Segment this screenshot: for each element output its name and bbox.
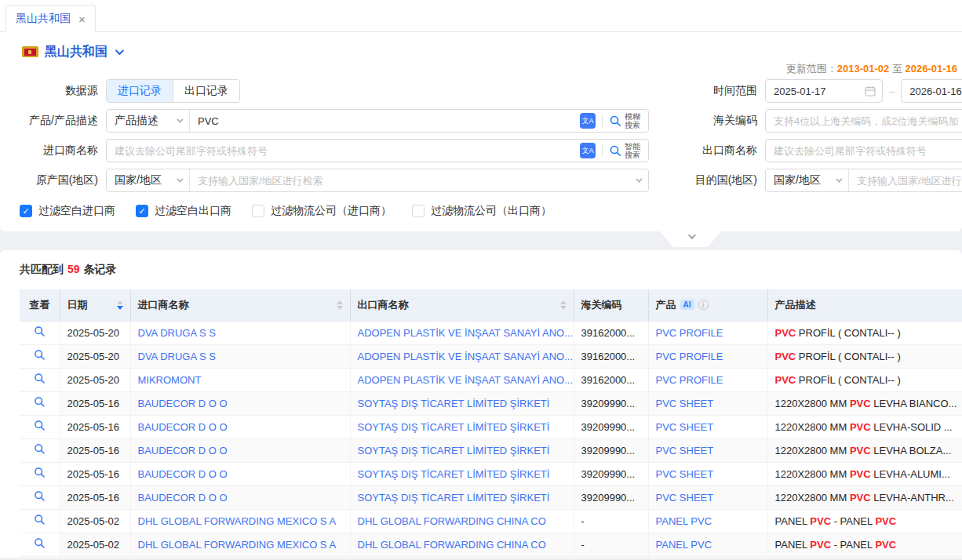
product-search-input[interactable] [190,111,580,131]
data-source-option-0[interactable]: 进口记录 [107,80,173,102]
origin-country-input[interactable] [190,170,636,191]
data-source-option-1[interactable]: 出口记录 [173,80,239,102]
checkbox-unchecked-icon[interactable] [412,205,425,217]
calendar-icon [865,85,876,96]
product-link[interactable]: PVC SHEET [656,421,714,433]
destination-type-select[interactable]: 国家/地区 [766,169,848,191]
exporter-link[interactable]: SOYTAŞ DIŞ TİCARET LİMİTED ŞİRKETİ [358,398,550,409]
importer-link[interactable]: BAUDECOR D O O [138,398,228,409]
view-record-button[interactable] [34,420,46,431]
importer-link[interactable]: BAUDECOR D O O [138,492,228,504]
checkbox-checked-icon[interactable]: ✓ [136,205,148,217]
tab-montenegro[interactable]: 黑山共和国 × [5,5,96,32]
column-label: 进口商名称 [138,298,189,312]
smart-search-button[interactable]: 智能搜索 [625,142,642,159]
product-link[interactable]: PVC SHEET [656,492,714,504]
exporter-link[interactable]: SOYTAŞ DIŞ TİCARET LİMİTED ŞİRKETİ [358,492,550,504]
table-body: 2025-05-20DVA DRUGA S SADOPEN PLASTİK VE… [20,321,962,556]
product-type-select[interactable]: 产品描述 [107,110,189,132]
exporter-link[interactable]: DHL GLOBAL FORWARDING CHINA CO [358,515,546,527]
collapse-search-panel-button[interactable] [660,231,721,247]
column-header-3[interactable]: 出口商名称 [350,289,574,321]
filter-checkbox-1[interactable]: ✓过滤空白出口商 [136,204,231,218]
fuzzy-search-icon[interactable] [609,115,622,128]
importer-link[interactable]: DHL GLOBAL FORWARDING MEXICO S A [138,539,337,551]
country-selector[interactable]: 黑山共和国 [0,40,962,62]
exporter-link[interactable]: ADOPEN PLASTİK VE İNŞAAT SANAYİ ANO... [358,374,574,386]
product-link[interactable]: PVC SHEET [656,445,714,456]
view-record-button[interactable] [34,490,46,502]
importer-input[interactable] [107,140,580,161]
view-record-button[interactable] [34,514,46,525]
sort-desc-icon[interactable] [337,306,343,310]
product-link[interactable]: PVC SHEET [656,468,714,480]
view-record-button[interactable] [34,467,46,478]
fuzzy-search-button[interactable]: 模糊搜索 [625,112,642,129]
montenegro-flag-icon [22,46,38,57]
origin-type-select[interactable]: 国家/地区 [107,169,189,191]
filter-checkbox-2[interactable]: 过滤物流公司（进口商） [252,204,392,218]
view-record-button[interactable] [34,349,46,361]
product-link[interactable]: PVC PROFILE [656,351,723,362]
product-link[interactable]: PANEL PVC [656,515,712,527]
importer-link[interactable]: BAUDECOR D O O [138,468,228,480]
product-link[interactable]: PVC SHEET [656,398,714,409]
exporter-link[interactable]: SOYTAŞ DIŞ TİCARET LİMİTED ŞİRKETİ [358,445,550,456]
exporter-link[interactable]: SOYTAŞ DIŞ TİCARET LİMİTED ŞİRKETİ [358,468,550,480]
data-source-segmented: 进口记录出口记录 [106,79,240,103]
product-link[interactable]: PVC PROFILE [656,327,723,339]
exporter-link[interactable]: DHL GLOBAL FORWARDING CHINA CO [358,539,546,551]
sort-asc-icon[interactable] [337,300,343,304]
checkbox-label: 过滤物流公司（进口商） [271,204,392,218]
exporter-label: 出口商名称 [649,144,765,158]
product-link[interactable]: PANEL PVC [656,539,712,551]
importer-link[interactable]: DVA DRUGA S S [138,351,216,362]
checkbox-checked-icon[interactable]: ✓ [20,205,32,217]
checkbox-unchecked-icon[interactable] [252,205,264,217]
importer-link[interactable]: DVA DRUGA S S [138,327,216,339]
view-record-button[interactable] [34,537,46,549]
product-label: 产品/产品描述 [0,114,106,128]
info-icon[interactable]: i [698,300,709,310]
sort-icons[interactable] [554,300,567,310]
column-header-1[interactable]: 日期 [60,289,130,321]
translate-icon[interactable]: 文A [580,143,596,158]
hs-code-label: 海关编码 [649,114,765,128]
column-header-2[interactable]: 进口商名称 [130,289,350,321]
importer-link[interactable]: MIKROMONT [138,374,202,386]
chevron-down-icon [115,46,124,55]
end-date-input[interactable]: 2026-01-16 [901,79,962,103]
date-cell: 2025-05-16 [60,462,130,485]
filter-checkbox-3[interactable]: 过滤物流公司（出口商） [412,204,552,218]
exporter-input[interactable] [765,139,962,162]
translate-icon[interactable]: 文A [580,113,596,129]
exporter-link[interactable]: ADOPEN PLASTİK VE İNŞAAT SANAYİ ANO... [358,327,574,339]
start-date-input[interactable]: 2025-01-17 [765,79,883,103]
importer-link[interactable]: BAUDECOR D O O [138,445,228,456]
view-record-button[interactable] [34,443,46,455]
sort-desc-icon[interactable] [560,306,567,310]
smart-search-icon[interactable] [609,144,622,158]
close-icon[interactable]: × [78,13,86,25]
sort-asc-icon[interactable] [560,300,567,304]
exporter-link[interactable]: SOYTAŞ DIŞ TİCARET LİMİTED ŞİRKETİ [358,421,550,433]
destination-country-input[interactable] [849,170,962,191]
view-record-button[interactable] [34,373,46,384]
view-record-button[interactable] [34,325,46,337]
view-record-button[interactable] [34,396,46,408]
sort-desc-icon[interactable] [117,306,123,310]
hs-code-input[interactable] [765,109,962,133]
sort-icons[interactable] [111,300,123,310]
sort-asc-icon[interactable] [117,300,123,304]
highlighted-keyword: PVC [775,327,796,339]
form-row-1: 数据源 进口记录出口记录 时间范围 2025-01-17 – 2026-01-1… [0,79,962,103]
filter-checkbox-0[interactable]: ✓过滤空白进口商 [20,204,115,218]
product-link[interactable]: PVC PROFILE [656,374,723,386]
importer-link[interactable]: BAUDECOR D O O [138,421,228,433]
hs-code-cell: - [574,509,648,533]
table-row: 2025-05-20DVA DRUGA S SADOPEN PLASTİK VE… [20,344,962,368]
exporter-link[interactable]: ADOPEN PLASTİK VE İNŞAAT SANAYİ ANO... [358,351,574,362]
importer-link[interactable]: DHL GLOBAL FORWARDING MEXICO S A [138,515,337,527]
sort-icons[interactable] [330,300,343,310]
hs-code-cell: 39209990... [574,438,648,462]
